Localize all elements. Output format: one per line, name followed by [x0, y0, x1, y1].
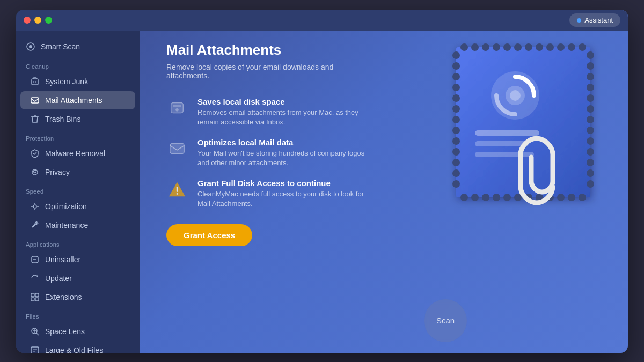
- svg-point-1: [29, 45, 32, 48]
- svg-point-66: [514, 43, 522, 51]
- svg-point-45: [452, 159, 460, 166]
- system-junk-icon: [30, 77, 40, 86]
- svg-point-76: [493, 194, 500, 201]
- svg-point-84: [579, 194, 586, 201]
- updater-label: Updater: [45, 274, 72, 283]
- trash-bins-icon: [30, 114, 40, 124]
- svg-point-44: [452, 148, 460, 156]
- sidebar-item-maintenance[interactable]: Maintenance: [20, 216, 135, 234]
- optimization-label: Optimization: [45, 202, 87, 211]
- sidebar-section-protection: Protection: [16, 129, 140, 144]
- svg-point-42: [452, 127, 460, 134]
- sidebar-item-mail-attachments[interactable]: Mail Attachments: [20, 91, 135, 109]
- svg-line-18: [36, 333, 39, 335]
- svg-rect-15: [31, 298, 34, 301]
- sidebar-section-speed: Speed: [16, 182, 140, 197]
- minimize-button[interactable]: [34, 17, 41, 24]
- warning-icon-wrap: [166, 179, 188, 200]
- feature-disk-space-desc: Removes email attachments from your Mac,…: [197, 108, 375, 127]
- assistant-button[interactable]: Assistant: [569, 13, 620, 27]
- svg-point-46: [452, 169, 460, 177]
- svg-point-43: [452, 137, 460, 145]
- uninstaller-label: Uninstaller: [45, 255, 80, 264]
- assistant-dot-icon: [577, 18, 581, 23]
- sidebar-section-files: Files: [16, 307, 140, 322]
- sidebar-item-smart-scan[interactable]: Smart Scan: [16, 36, 140, 57]
- close-button[interactable]: [24, 17, 31, 24]
- title-bar: Assistant: [16, 10, 628, 31]
- sidebar-item-space-lens[interactable]: Space Lens: [20, 322, 135, 341]
- svg-point-63: [482, 43, 489, 51]
- uninstaller-icon: [30, 255, 40, 264]
- svg-point-51: [587, 84, 594, 91]
- svg-point-39: [452, 94, 460, 102]
- svg-point-31: [175, 108, 179, 111]
- sidebar: Smart Scan Cleanup System Junk: [16, 10, 140, 353]
- scan-button[interactable]: Scan: [424, 299, 467, 342]
- large-old-files-label: Large & Old Files: [45, 346, 103, 353]
- disk-space-icon-wrap: [166, 97, 188, 119]
- sidebar-item-privacy[interactable]: Privacy: [20, 163, 135, 181]
- sidebar-item-system-junk[interactable]: System Junk: [20, 72, 135, 91]
- svg-point-83: [568, 194, 575, 201]
- svg-point-74: [471, 194, 479, 201]
- feature-disk-space-text: Saves local disk space Removes email att…: [197, 97, 375, 127]
- svg-point-57: [587, 148, 594, 156]
- privacy-icon: [30, 167, 40, 177]
- svg-point-49: [587, 62, 594, 70]
- feature-grant-access-text: Grant Full Disk Access to continue Clean…: [197, 179, 375, 209]
- svg-rect-90: [475, 152, 534, 157]
- feature-mail-data-title: Optimizes local Mail data: [197, 138, 375, 147]
- mail-data-icon-wrap: [166, 138, 188, 159]
- sidebar-item-updater[interactable]: Updater: [20, 269, 135, 287]
- svg-rect-89: [475, 141, 529, 146]
- malware-removal-label: Malware Removal: [45, 149, 105, 158]
- svg-point-47: [452, 180, 460, 188]
- svg-point-62: [471, 43, 479, 51]
- svg-point-77: [503, 194, 511, 201]
- svg-point-64: [493, 43, 500, 51]
- sidebar-section-cleanup: Cleanup: [16, 57, 140, 72]
- sidebar-item-optimization[interactable]: Optimization: [20, 197, 135, 216]
- space-lens-icon: [30, 327, 40, 336]
- feature-mail-data-text: Optimizes local Mail data Your Mail won'…: [197, 138, 375, 168]
- feature-grant-access-desc: CleanMyMac needs full access to your dis…: [197, 189, 375, 209]
- space-lens-label: Space Lens: [45, 327, 85, 336]
- svg-point-58: [587, 159, 594, 166]
- assistant-label: Assistant: [584, 16, 613, 24]
- maximize-button[interactable]: [45, 17, 52, 24]
- svg-point-82: [557, 194, 565, 201]
- svg-rect-32: [170, 143, 184, 153]
- feature-grant-access-title: Grant Full Disk Access to continue: [197, 179, 375, 188]
- svg-point-70: [557, 43, 565, 51]
- sidebar-item-large-old-files[interactable]: Large & Old Files: [20, 341, 135, 353]
- feature-mail-data: Optimizes local Mail data Your Mail won'…: [166, 138, 424, 168]
- sidebar-item-trash-bins[interactable]: Trash Bins: [20, 110, 135, 128]
- svg-point-87: [510, 90, 521, 101]
- trash-bins-label: Trash Bins: [45, 115, 80, 123]
- malware-removal-icon: [30, 149, 40, 158]
- svg-rect-34: [456, 47, 590, 197]
- maintenance-label: Maintenance: [45, 221, 88, 230]
- sidebar-item-extensions[interactable]: Extensions: [20, 288, 135, 306]
- svg-rect-5: [31, 98, 39, 103]
- sidebar-item-uninstaller[interactable]: Uninstaller: [20, 250, 135, 269]
- svg-rect-14: [35, 293, 39, 297]
- svg-point-40: [452, 105, 460, 113]
- privacy-label: Privacy: [45, 168, 70, 176]
- svg-point-41: [452, 116, 460, 123]
- svg-point-67: [525, 43, 532, 51]
- grant-access-button[interactable]: Grant Access: [166, 224, 252, 246]
- svg-point-56: [587, 137, 594, 145]
- traffic-lights: [24, 17, 52, 24]
- svg-point-75: [482, 194, 489, 201]
- svg-point-50: [587, 73, 594, 80]
- svg-point-54: [587, 116, 594, 123]
- svg-point-73: [460, 194, 468, 201]
- sidebar-item-malware-removal[interactable]: Malware Removal: [20, 144, 135, 162]
- feature-mail-data-desc: Your Mail won't be storing hundreds of c…: [197, 149, 375, 168]
- warning-icon: [168, 180, 186, 198]
- large-old-files-icon: [30, 345, 40, 353]
- svg-point-35: [452, 51, 460, 59]
- mail-attachments-label: Mail Attachments: [45, 96, 103, 105]
